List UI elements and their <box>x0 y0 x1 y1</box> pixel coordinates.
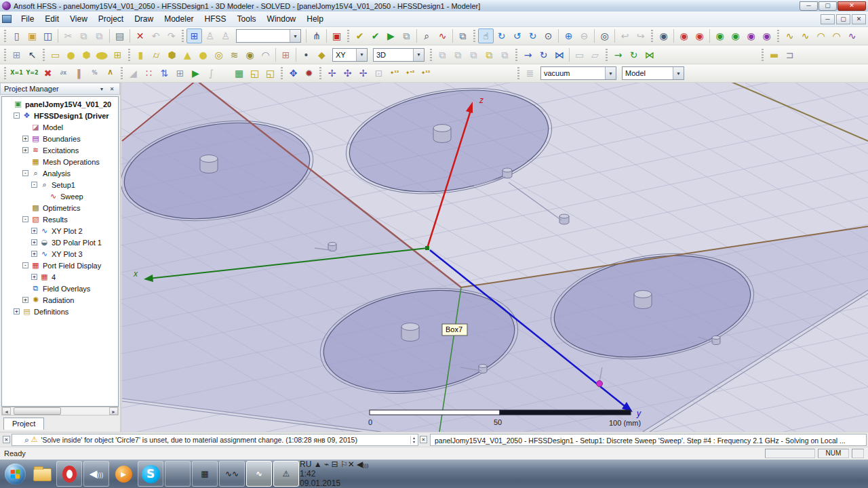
tab-project[interactable]: Project <box>3 418 44 430</box>
collapse-icon[interactable]: - <box>22 216 28 222</box>
draw-plane-button[interactable]: ◆ <box>314 47 330 62</box>
paste-button[interactable]: ⧉ <box>92 28 107 43</box>
toolbar-grip[interactable] <box>777 30 779 42</box>
collapse-icon[interactable]: - <box>31 182 37 188</box>
taskbar-button-sketch-tool[interactable]: ∿∿ <box>219 461 245 487</box>
print-button[interactable]: ▤ <box>112 28 127 43</box>
show-selection-button[interactable]: ◉ <box>712 28 728 43</box>
rotate-button[interactable]: ↻ <box>536 47 551 62</box>
expand-icon[interactable]: + <box>31 228 37 234</box>
taskbar-button-ansoft-hfss[interactable]: ∿ <box>246 461 272 487</box>
copy-image-button[interactable]: ⧉ <box>455 28 471 43</box>
scale-button[interactable]: ▱ <box>587 47 603 62</box>
analyze-all-button[interactable]: ▶ <box>383 28 399 43</box>
expand-icon[interactable]: + <box>31 251 37 257</box>
move-button[interactable]: → <box>520 47 536 62</box>
subtract-button[interactable]: ⧉ <box>497 47 513 62</box>
toolbar-grip[interactable] <box>762 49 764 61</box>
dynamic-zoom-button[interactable]: ⊙ <box>540 28 556 43</box>
taskbar-button-explorer[interactable] <box>29 461 55 487</box>
toolbar-grip[interactable] <box>4 30 6 42</box>
antenna-array-3-button[interactable]: ✢ <box>355 66 371 81</box>
plot-field-bottom-button[interactable]: ◱ <box>262 66 278 81</box>
draw-sphere-button[interactable]: ● <box>195 47 211 62</box>
zoom-in-button[interactable]: ⊕ <box>561 28 576 43</box>
new-button[interactable]: ▯ <box>9 28 24 43</box>
solution-setup-button[interactable]: ∫ <box>203 66 219 81</box>
taskbar-button-start[interactable] <box>2 461 28 487</box>
taskbar-button-opera[interactable] <box>56 461 82 487</box>
tree-item-paneljomy15v4-v01-20[interactable]: ▣panelJomy15V4_V01_20 <box>2 98 118 110</box>
solution-data-button[interactable]: ⌕ <box>419 28 435 43</box>
action-center-flag-icon[interactable]: ⚐✕ <box>340 460 355 469</box>
draw-equation-curve-button[interactable]: ∿ <box>844 28 860 43</box>
progress-close-icon[interactable]: ✕ <box>420 436 427 443</box>
save-button[interactable]: ◫ <box>40 28 56 43</box>
progress-window[interactable]: panelJomy15V4_V01_2050 - HFSSDesign1 - S… <box>430 434 867 446</box>
sheet-op-1-button[interactable]: ⧉ <box>435 47 450 62</box>
menu-help[interactable]: Help <box>301 12 329 26</box>
expand-icon[interactable]: + <box>14 308 20 314</box>
tree-item-field-overlays[interactable]: ⧉Field Overlays <box>2 283 118 294</box>
toolbar-grip[interactable] <box>515 49 517 61</box>
view-redo-button[interactable]: ↪ <box>633 28 648 43</box>
tree-item-definitions[interactable]: +▤Definitions <box>2 306 118 317</box>
tree-item-mesh-operations[interactable]: ▦Mesh Operations <box>2 156 118 167</box>
model-combo[interactable]: Model▼ <box>622 66 684 80</box>
via-cylinder[interactable] <box>479 364 487 367</box>
movement-mode-combo[interactable]: 3D▼ <box>373 48 425 62</box>
duplicate-around-axis-button[interactable]: ↻ <box>626 47 642 62</box>
tree-horizontal-scrollbar[interactable]: ◂ ▸ <box>1 407 119 415</box>
via-cylinder[interactable] <box>328 242 336 245</box>
frequency-sweep-3-button[interactable]: ✦¹² <box>418 66 433 81</box>
undo-button[interactable]: ↶ <box>148 28 163 43</box>
variables-button[interactable]: X=1 <box>9 66 24 81</box>
solver-monitor-button[interactable]: ▣ <box>329 28 344 43</box>
antenna-array-1-button[interactable]: ✢ <box>324 66 340 81</box>
delete-button[interactable]: ✕ <box>132 28 148 43</box>
scroll-right-icon[interactable]: ▸ <box>109 407 118 415</box>
toolbar-grip[interactable] <box>606 49 608 61</box>
menu-hfss[interactable]: HFSS <box>199 12 232 26</box>
draw-cylinder-button[interactable]: ⌭ <box>149 47 164 62</box>
tree-item-3d-polar-plot-1[interactable]: +◒3D Polar Plot 1 <box>2 237 118 248</box>
draw-polyline-button[interactable]: ⊞ <box>110 47 125 62</box>
tree-item-excitations[interactable]: +≋Excitations <box>2 144 118 156</box>
toolbar-grip[interactable] <box>651 30 653 42</box>
mdi-close-button[interactable]: ✕ <box>852 14 866 24</box>
draw-bondwire-button[interactable]: ◠ <box>258 47 273 62</box>
toolbar-grip[interactable] <box>281 67 283 79</box>
duplicate-mirror-button[interactable]: ⋈ <box>642 47 657 62</box>
tree-item-hfssdesign1-driver[interactable]: -❖HFSSDesign1 (Driver <box>2 110 118 121</box>
tree-item-results[interactable]: -▧Results <box>2 214 118 225</box>
pan-button[interactable]: ☝ <box>478 28 494 43</box>
selection-combo[interactable]: ▼ <box>236 29 301 43</box>
via-cylinder[interactable] <box>433 125 451 132</box>
via-cylinder[interactable] <box>200 155 218 163</box>
optimetrics-setup-button[interactable]: ✖ <box>40 66 56 81</box>
menu-project[interactable]: Project <box>93 12 129 26</box>
taskbar-button-calculator[interactable]: ▦ <box>192 461 218 487</box>
taskbar-button-volume-mixer[interactable]: ◀))) <box>83 461 109 487</box>
menu-file[interactable]: File <box>16 12 39 26</box>
show-model-button[interactable]: ◉ <box>759 28 774 43</box>
material-combo[interactable]: vacuum▼ <box>540 66 616 80</box>
draw-circle-button[interactable]: ● <box>63 47 79 62</box>
scroll-left-icon[interactable]: ◂ <box>2 407 11 415</box>
solve-ports-button[interactable]: ◢ <box>125 66 141 81</box>
toolbar-grip[interactable] <box>473 30 475 42</box>
view-undo-button[interactable]: ↩ <box>617 28 633 43</box>
hidden-icons-icon[interactable]: ▲ <box>314 460 322 469</box>
frequency-sweep-1-button[interactable]: ✦¹² <box>387 66 402 81</box>
rotate-current-axis-button[interactable]: ↺ <box>509 28 525 43</box>
tune-button[interactable]: ‖ <box>71 66 87 81</box>
toolbar-grip[interactable] <box>43 49 45 61</box>
menu-window[interactable]: Window <box>262 12 302 26</box>
toolbar-grip[interactable] <box>182 30 184 42</box>
via-cylinder[interactable] <box>401 323 419 331</box>
validate-button[interactable]: ✔ <box>352 28 368 43</box>
via-cylinder[interactable] <box>559 214 569 218</box>
expand-icon[interactable]: + <box>22 297 28 303</box>
frequency-sweep-2-button[interactable]: ✦ˣ² <box>402 66 418 81</box>
viewport-3d[interactable]: z x y 0 50 100 (mm) Box7 <box>121 83 868 432</box>
